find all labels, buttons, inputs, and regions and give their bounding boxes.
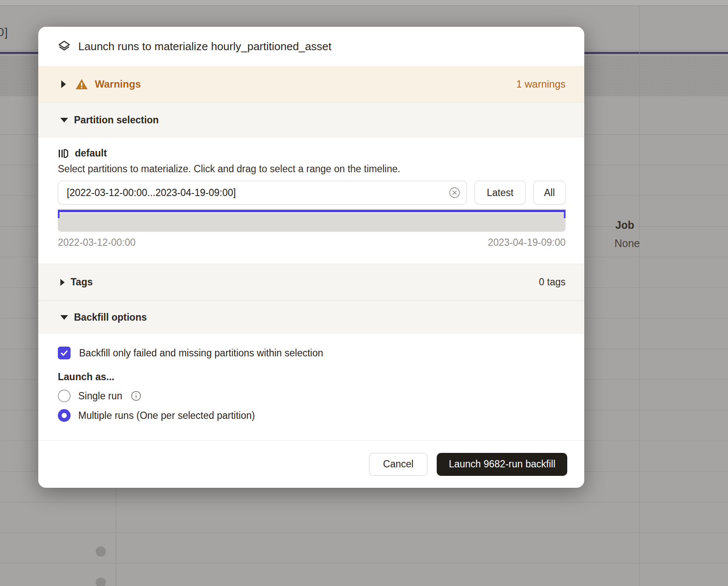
launch-backfill-dialog: Launch runs to materialize hourly_partit… <box>38 27 584 488</box>
launch-backfill-button[interactable]: Launch 9682-run backfill <box>437 453 567 476</box>
backdrop-status-dot <box>96 546 106 557</box>
backfill-only-failed-checkbox-row[interactable]: Backfill only failed and missing partiti… <box>58 347 566 359</box>
timeline-date-labels: 2022-03-12-00:00 2023-04-19-09:00 <box>58 237 566 248</box>
single-run-label: Single run <box>78 390 122 402</box>
partition-icon <box>58 148 69 159</box>
clear-input-icon[interactable] <box>449 187 460 198</box>
timeline-end-date: 2023-04-19-09:00 <box>488 237 566 248</box>
partition-range-input-wrap <box>58 181 467 205</box>
cancel-button[interactable]: Cancel <box>369 453 428 476</box>
info-icon[interactable] <box>131 391 141 401</box>
chevron-down-icon <box>60 315 68 320</box>
backdrop-partial-input-text: 0] <box>0 26 8 39</box>
warnings-label: Warnings <box>95 78 141 90</box>
dialog-header: Launch runs to materialize hourly_partit… <box>38 27 584 66</box>
backdrop-job-column-header: Job <box>615 219 634 231</box>
multiple-runs-label: Multiple runs (One per selected partitio… <box>78 410 255 421</box>
radio-unselected-icon[interactable] <box>58 390 71 402</box>
warning-triangle-icon <box>75 78 88 91</box>
chevron-right-icon <box>61 80 66 88</box>
backdrop-toolbar <box>0 0 728 6</box>
chevron-down-icon <box>60 118 68 122</box>
backdrop-column-divider <box>639 6 640 586</box>
partition-dimension-row: default <box>58 148 566 159</box>
dialog-title: Launch runs to materialize hourly_partit… <box>78 40 331 53</box>
backdrop-job-column-value: None <box>614 237 640 250</box>
partition-dimension-name: default <box>75 148 107 159</box>
partition-selection-label: Partition selection <box>74 114 159 126</box>
single-run-option[interactable]: Single run <box>58 390 566 402</box>
tags-section-header[interactable]: Tags 0 tags <box>38 264 584 301</box>
checkbox-checked-icon[interactable] <box>58 347 71 359</box>
warnings-count: 1 warnings <box>516 78 566 90</box>
multiple-runs-option[interactable]: Multiple runs (One per selected partitio… <box>58 409 566 422</box>
partition-selection-description: Select partitions to materialize. Click … <box>58 163 566 175</box>
tags-label: Tags <box>71 276 93 288</box>
selected-range-indicator <box>58 210 566 218</box>
chevron-right-icon <box>60 279 65 286</box>
partition-range-input[interactable] <box>58 181 467 205</box>
tags-count: 0 tags <box>539 276 566 288</box>
partition-selection-body: default Select partitions to materialize… <box>38 137 584 264</box>
backfill-options-body: Backfill only failed and missing partiti… <box>38 334 584 440</box>
all-button[interactable]: All <box>533 181 566 205</box>
latest-button[interactable]: Latest <box>475 181 526 205</box>
partition-input-row: Latest All <box>58 181 566 205</box>
backfill-options-label: Backfill options <box>74 312 147 323</box>
radio-selected-icon[interactable] <box>58 409 71 422</box>
backdrop-column-divider-bottom <box>116 489 116 586</box>
warnings-section-header[interactable]: Warnings 1 warnings <box>38 66 584 102</box>
asset-stack-icon <box>58 40 71 53</box>
checkbox-label: Backfill only failed and missing partiti… <box>79 347 323 359</box>
backdrop-status-dot <box>96 577 106 586</box>
backfill-options-section-header[interactable]: Backfill options <box>38 301 584 334</box>
timeline-start-date: 2022-03-12-00:00 <box>58 237 136 248</box>
launch-as-label: Launch as... <box>58 371 566 383</box>
partition-selection-section-header[interactable]: Partition selection <box>38 102 584 137</box>
dialog-footer: Cancel Launch 9682-run backfill <box>38 440 584 488</box>
